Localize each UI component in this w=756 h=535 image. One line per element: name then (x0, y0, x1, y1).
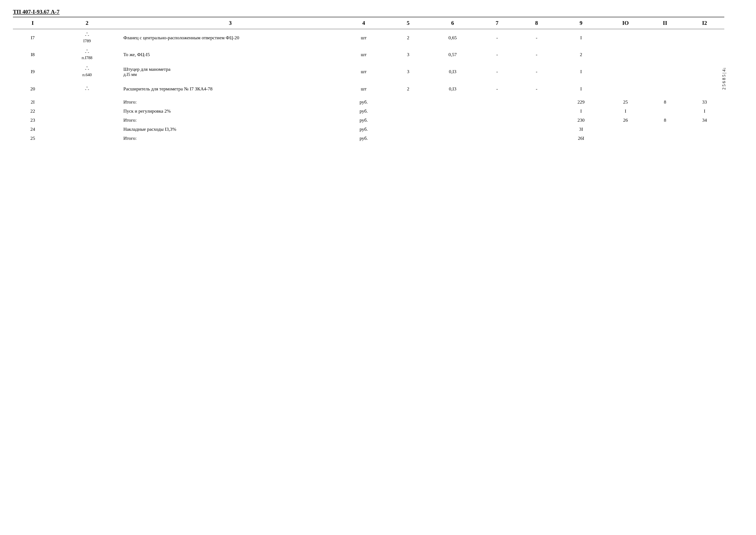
cell-17-6: 0,65 (428, 29, 477, 46)
cell-22-5 (389, 106, 428, 116)
cell-19-7: - (477, 63, 517, 80)
table-header-row: I 2 3 4 5 6 7 8 9 IO II I2 (13, 17, 724, 29)
cell-18-9: 2 (556, 46, 606, 63)
cell-20-1: 20 (13, 80, 52, 98)
table-row: 20 -"- Расширитель для термометра № I7 З… (13, 80, 724, 98)
cell-25-4: руб. (339, 134, 388, 143)
cell-23-9: 230 (556, 116, 606, 125)
cell-17-3: Фланец с центрально-расположенным отверс… (122, 29, 339, 46)
cell-19-9: I (556, 63, 606, 80)
cell-18-7: - (477, 46, 517, 63)
cell-24-5 (389, 125, 428, 134)
cell-23-10: 26 (606, 116, 645, 125)
cell-23-5 (389, 116, 428, 125)
cell-19-1: I9 (13, 63, 52, 80)
document-container: ТП 407-I-93.67 А-7 I 2 3 4 5 6 7 8 9 IO … (13, 9, 724, 143)
cell-24-4: руб. (339, 125, 388, 134)
cell-20-9: I (556, 80, 606, 98)
cell-23-2 (52, 116, 122, 125)
cell-22-3: Пуск и регулировка 2% (122, 106, 339, 116)
cell-20-7: - (477, 80, 517, 98)
cell-19-12 (685, 63, 724, 80)
cell-23-4: руб. (339, 116, 388, 125)
table-row: 25 Итого: руб. 26I (13, 134, 724, 143)
cell-22-7 (477, 106, 517, 116)
table-row: 23 Итого: руб. 230 26 8 34 (13, 116, 724, 125)
table-row: 24 Накладные расходы I3,3% руб. 3I (13, 125, 724, 134)
cell-20-8: - (517, 80, 556, 98)
cell-18-11 (645, 46, 685, 63)
cell-23-3: Итого: (122, 116, 339, 125)
cell-19-3: Штуцер для манометрад.I5 мм (122, 63, 339, 80)
cell-22-11 (645, 106, 685, 116)
cell-21-2 (52, 98, 122, 106)
cell-24-3: Накладные расходы I3,3% (122, 125, 339, 134)
doc-title: ТП 407-I-93.67 А-7 (13, 9, 60, 15)
cell-19-5: 3 (389, 63, 428, 80)
header-col9: 9 (556, 17, 606, 29)
cell-24-10 (606, 125, 645, 134)
cell-21-7 (477, 98, 517, 106)
cell-24-2 (52, 125, 122, 134)
cell-20-6: 0,I3 (428, 80, 477, 98)
header-col8: 8 (517, 17, 556, 29)
header-col5: 5 (389, 17, 428, 29)
cell-19-11 (645, 63, 685, 80)
cell-22-9: I (556, 106, 606, 116)
cell-17-1: I7 (13, 29, 52, 46)
cell-25-10 (606, 134, 645, 143)
cell-24-7 (477, 125, 517, 134)
cell-19-4: шт (339, 63, 388, 80)
cell-17-11 (645, 29, 685, 46)
cell-21-8 (517, 98, 556, 106)
cell-17-4: шт (339, 29, 388, 46)
cell-22-10: I (606, 106, 645, 116)
cell-25-11 (645, 134, 685, 143)
cell-22-4: руб. (339, 106, 388, 116)
cell-22-1: 22 (13, 106, 52, 116)
main-table: I 2 3 4 5 6 7 8 9 IO II I2 I7 -"-I789 Фл… (13, 17, 724, 143)
cell-17-2: -"-I789 (52, 29, 122, 46)
header-col12: I2 (685, 17, 724, 29)
cell-25-8 (517, 134, 556, 143)
cell-18-8: - (517, 46, 556, 63)
cell-21-1: 2I (13, 98, 52, 106)
cell-22-12: I (685, 106, 724, 116)
cell-19-2: -"-п.640 (52, 63, 122, 80)
cell-25-5 (389, 134, 428, 143)
cell-25-3: Итого: (122, 134, 339, 143)
cell-18-10 (606, 46, 645, 63)
header-col10: IO (606, 17, 645, 29)
cell-23-8 (517, 116, 556, 125)
cell-24-1: 24 (13, 125, 52, 134)
cell-24-11 (645, 125, 685, 134)
table-row: 22 Пуск и регулировка 2% руб. I I I (13, 106, 724, 116)
cell-17-12 (685, 29, 724, 46)
cell-20-11 (645, 80, 685, 98)
table-row: I7 -"-I789 Фланец с центрально-расположе… (13, 29, 724, 46)
cell-23-12: 34 (685, 116, 724, 125)
cell-17-8: - (517, 29, 556, 46)
cell-23-7 (477, 116, 517, 125)
cell-18-2: -"-п.I788 (52, 46, 122, 63)
header-col3: 3 (122, 17, 339, 29)
cell-17-5: 2 (389, 29, 428, 46)
cell-25-6 (428, 134, 477, 143)
cell-21-12: 33 (685, 98, 724, 106)
cell-23-1: 23 (13, 116, 52, 125)
cell-21-3: Итого: (122, 98, 339, 106)
cell-24-12 (685, 125, 724, 134)
cell-21-9: 229 (556, 98, 606, 106)
cell-19-8: - (517, 63, 556, 80)
cell-23-6 (428, 116, 477, 125)
cell-22-8 (517, 106, 556, 116)
header-col7: 7 (477, 17, 517, 29)
cell-20-10 (606, 80, 645, 98)
header-col11: II (645, 17, 685, 29)
cell-25-7 (477, 134, 517, 143)
cell-21-11: 8 (645, 98, 685, 106)
cell-19-10 (606, 63, 645, 80)
cell-18-5: 3 (389, 46, 428, 63)
cell-18-1: I8 (13, 46, 52, 63)
cell-20-5: 2 (389, 80, 428, 98)
